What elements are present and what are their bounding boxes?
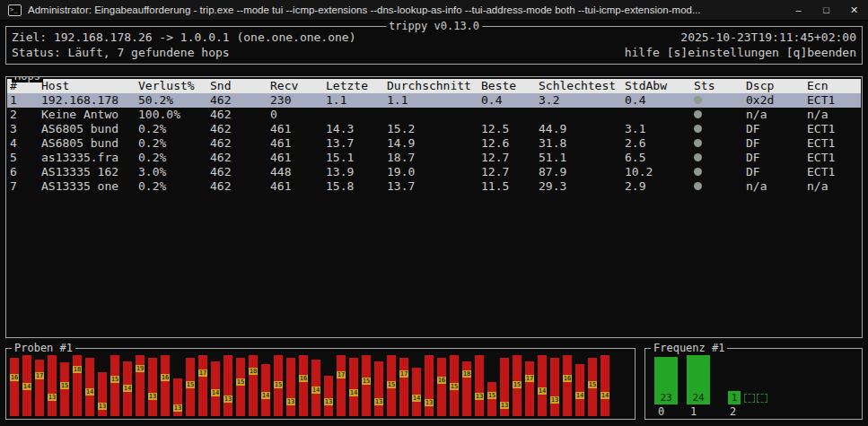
hop-cell: DF [746,122,807,136]
window-titlebar[interactable]: Administrator: Eingabeaufforderung - tri… [0,0,868,21]
hop-row[interactable]: 5as13335.fra0.2%46246115.118.712.751.16.… [7,151,861,165]
sample-bar: 17 [399,358,408,416]
sample-bar: 13 [500,358,509,416]
sample-value-label: 13 [425,399,434,406]
terminal-window: Administrator: Eingabeaufforderung - tri… [0,0,868,426]
frequency-chart: 23241 [647,355,860,404]
sample-bar: 16 [563,355,572,416]
hop-cell: 50.2% [138,93,210,108]
sample-value-label: 13 [98,403,107,410]
charts-row: Proben #1 161417131518141315141913161315… [5,348,863,420]
sample-bar: 13 [173,378,182,416]
hop-cell: 6 [10,165,41,179]
hop-cell: 1.1 [326,93,387,108]
sample-value-label: 13 [500,402,509,409]
close-button[interactable]: ✕ [840,0,868,20]
frequency-axis-label: 1 [690,405,697,418]
hop-cell [539,108,625,122]
sample-bar: 14 [601,355,609,416]
hop-cell: DF [746,136,807,151]
sample-value-label: 13 [374,398,383,405]
sample-value-label: 18 [73,366,82,373]
sample-bar: 14 [123,361,132,416]
hop-cell: ECT1 [807,122,858,136]
frequency-x-axis: 012 [647,405,860,418]
frequency-bar-value: 23 [654,391,678,404]
sample-bar: 14 [211,361,220,416]
terminal-content[interactable]: trippy v0.13.0 Ziel: 192.168.178.26 -> 1… [0,21,868,426]
sample-bar: 16 [437,358,446,416]
hop-cell: ECT1 [807,93,858,108]
sample-bar: 13 [286,358,295,416]
sample-bar: 16 [10,358,19,416]
hop-cell: 3.0% [138,165,210,179]
hop-row[interactable]: 6AS13335 1623.0%46244813.919.012.787.910… [7,165,861,179]
console-icon [8,4,22,16]
hop-cell: 18.7 [387,151,481,165]
sample-bar: 15 [513,355,522,416]
samples-panel: Proben #1 161417131518141315141913161315… [5,348,636,420]
hop-cell: 12.6 [481,136,539,151]
hop-cell: 3 [10,122,41,136]
column-header: Host [41,79,138,93]
hop-cell: ECT1 [807,151,858,165]
sample-bar: 14 [575,364,584,416]
hop-row[interactable]: 4AS6805 bund0.2%46246113.714.912.631.82.… [7,136,861,151]
hop-cell: 462 [210,108,270,122]
hop-cell: 0.2% [138,136,210,151]
status-dot-icon [694,182,702,190]
column-header: Ecn [807,79,858,93]
hop-cell: 11.5 [481,179,539,194]
hop-row[interactable]: 7AS13335 one0.2%46246115.813.711.529.32.… [7,179,861,194]
sample-bar: 15 [236,358,245,416]
hop-row[interactable]: 1192.168.17850.2%4622301.11.10.43.20.40x… [7,93,861,108]
column-header: Sts [694,79,746,93]
hop-cell-status [694,136,746,151]
hop-cell: 1 [10,93,41,108]
hop-cell: 4 [10,136,41,151]
hop-cell [326,108,387,122]
sample-value-label: 14 [412,395,421,402]
hop-cell: 29.3 [539,179,625,194]
samples-panel-title: Proben #1 [12,342,75,354]
sample-bar: 17 [525,361,534,416]
sample-bar: 13 [324,376,333,416]
minimize-button[interactable]: – [785,0,812,20]
sample-bar: 15 [487,382,496,416]
sample-value-label: 13 [173,404,182,412]
sample-value-label: 15 [487,392,496,399]
status-text: Status: Läuft, 7 gefundene hops [12,45,230,60]
sample-bar: 14 [412,368,421,416]
frequency-axis-label: 0 [658,405,664,418]
hop-cell: n/a [746,108,807,122]
sample-bar: 13 [224,355,232,416]
hop-cell: n/a [807,108,858,122]
hop-row[interactable]: 2Keine Antwo100.0%4620n/an/a [7,108,861,122]
hop-cell: Keine Antwo [41,108,138,122]
sample-value-label: 14 [538,387,547,395]
hop-row[interactable]: 3AS6805 bund0.2%46246114.315.212.544.93.… [7,122,861,136]
hop-cell-status [694,108,746,122]
help-shortcuts-text[interactable]: hilfe [s]einstellungen [q]beenden [625,45,856,60]
sample-value-label: 13 [475,393,484,400]
hops-panel: Hops #HostVerlust%SndRecvLetzteDurchschn… [5,76,863,338]
hop-cell: 13.9 [326,165,387,179]
hop-cell-status [694,151,746,165]
sample-bar: 18 [249,355,258,416]
column-header: Recv [270,79,326,93]
hop-cell: 462 [210,151,270,165]
hop-cell [387,108,481,122]
hop-cell: 0.2% [138,122,210,136]
hop-cell: 461 [270,122,326,136]
header-panel: trippy v0.13.0 Ziel: 192.168.178.26 -> 1… [5,26,863,65]
hop-cell: 2 [10,108,41,122]
column-header: Durchschnitt [387,79,481,93]
maximize-button[interactable]: □ [812,0,840,20]
sample-value-label: 15 [450,383,459,390]
column-header: Verlust% [138,79,210,93]
sample-bar: 13 [425,355,434,416]
status-dot-icon [694,125,702,133]
hop-cell: 3.1 [625,122,694,136]
sample-value-label: 16 [563,375,572,382]
frequency-ghost-cell [757,394,767,403]
